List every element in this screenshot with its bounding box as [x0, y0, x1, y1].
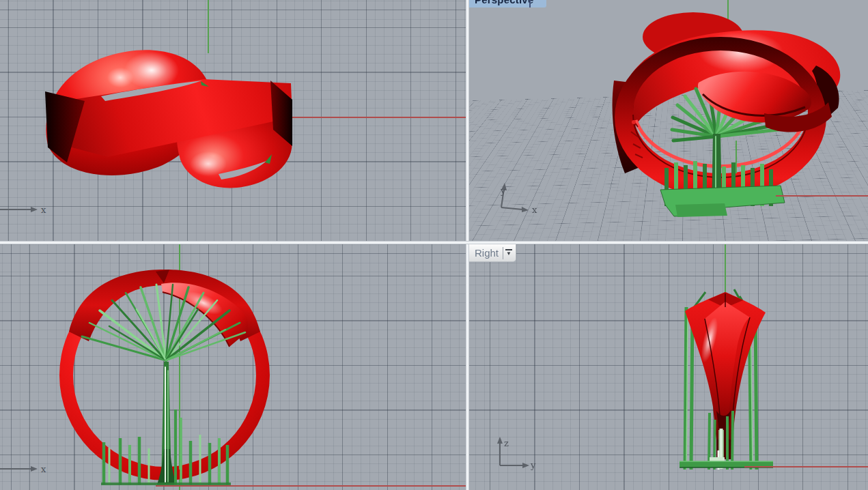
- viewport-front-view[interactable]: x: [0, 244, 466, 490]
- perspective-canvas: y x: [469, 0, 868, 241]
- axis-icon-top-view: x: [0, 205, 46, 215]
- tab-perspective[interactable]: Perspective: [469, 0, 546, 8]
- axis-icon-right-view: z y: [497, 437, 536, 470]
- axis-label-y: y: [530, 460, 536, 470]
- right-view-canvas: z y: [469, 244, 868, 490]
- axis-label-x: x: [532, 205, 537, 215]
- support-base-perspective[interactable]: [660, 186, 785, 217]
- axis-label-x: x: [41, 205, 46, 215]
- axis-label-z: z: [504, 438, 509, 448]
- viewport-splitter-horizontal[interactable]: [0, 241, 868, 244]
- tab-right-label: Right: [475, 247, 499, 259]
- axis-label-x: x: [41, 464, 46, 474]
- front-view-canvas: x: [0, 244, 466, 490]
- dropdown-arrow-icon[interactable]: ▼: [505, 249, 512, 257]
- tab-separator: [529, 0, 531, 8]
- ring-model-top-view[interactable]: [45, 50, 292, 188]
- axis-icon-front-view: x: [0, 464, 46, 474]
- cad-workspace: x: [0, 0, 868, 490]
- tab-separator: [503, 247, 503, 259]
- viewport-perspective[interactable]: y x Perspective: [469, 0, 868, 241]
- viewport-splitter-vertical[interactable]: [466, 0, 469, 490]
- tab-perspective-label: Perspective: [475, 0, 533, 5]
- top-view-canvas: x: [0, 0, 466, 241]
- tab-right[interactable]: Right ▼: [469, 244, 516, 262]
- viewport-right-view[interactable]: z y Right ▼: [469, 244, 868, 490]
- viewport-top-view[interactable]: x: [0, 0, 466, 241]
- axis-icon-perspective: y x: [500, 183, 537, 215]
- ring-model-right-view[interactable]: [685, 292, 766, 459]
- axis-label-y: y: [500, 186, 506, 196]
